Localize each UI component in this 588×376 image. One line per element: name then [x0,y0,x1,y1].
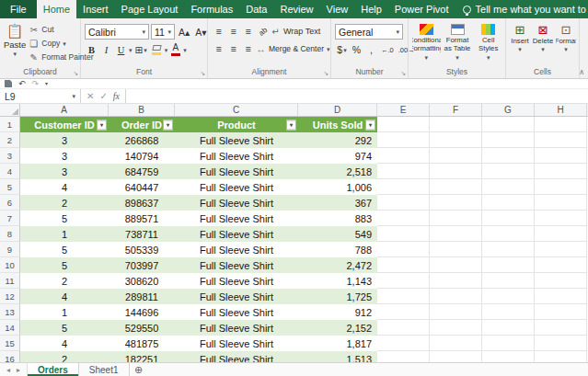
cell-E6[interactable] [377,195,430,211]
row-header-3[interactable]: 3 [0,148,20,164]
row-header-15[interactable]: 15 [0,336,20,351]
cell-B7[interactable]: 889571 [109,211,175,226]
cell-D14[interactable]: 2,152 [298,320,377,336]
ribbon-tab-view[interactable]: View [320,0,355,18]
cell-E13[interactable] [377,304,430,320]
cell-H12[interactable] [535,289,587,304]
cell-F13[interactable] [430,304,482,320]
sheet-tab-sheet1[interactable]: Sheet1 [79,363,130,376]
cell-C9[interactable]: Full Sleeve Shirt [175,242,298,257]
table-header-order-id[interactable]: Order ID▾ [109,117,175,132]
align-top-button[interactable]: ≡ [212,24,225,39]
cell-A16[interactable]: 2 [20,351,109,362]
cell-E16[interactable] [377,351,430,362]
format-as-table-button[interactable]: Format as Table ▾ [444,21,472,66]
row-header-10[interactable]: 10 [0,257,20,273]
italic-button[interactable]: I [99,42,113,57]
cell-F16[interactable] [430,351,482,362]
cell-A13[interactable]: 1 [20,304,109,320]
cell-D9[interactable]: 788 [298,242,377,257]
cell-B13[interactable]: 144696 [109,304,175,320]
number-format-select[interactable]: General ▾ [335,24,403,40]
cell-H2[interactable] [535,132,587,148]
wrap-text-button[interactable]: ↵ Wrap Text [271,24,320,39]
cell-C15[interactable]: Full Sleeve Shirt [175,336,298,351]
cell-D3[interactable]: 974 [298,148,377,164]
ribbon-tab-home[interactable]: Home [37,0,76,18]
cell-D11[interactable]: 1,143 [298,273,377,289]
undo-icon[interactable]: ↶ [18,79,26,88]
cell-H4[interactable] [535,164,587,179]
filter-icon[interactable]: ▾ [97,120,107,130]
cell-H11[interactable] [535,273,587,289]
cell-E9[interactable] [377,242,430,257]
cell-H16[interactable] [535,351,587,362]
align-left-button[interactable]: ≡ [212,41,225,56]
ribbon-tab-file[interactable]: File [0,0,37,18]
cell-G15[interactable] [482,336,535,351]
cell-C8[interactable]: Full Sleeve Shirt [175,226,298,242]
ribbon-tab-page-layout[interactable]: Page Layout [115,0,185,18]
cell-F15[interactable] [430,336,482,351]
cell-B16[interactable]: 182251 [109,351,175,362]
column-header-H[interactable]: H [535,104,587,116]
cell-C10[interactable]: Full Sleeve Shirt [175,257,298,273]
column-header-B[interactable]: B [109,104,175,116]
row-header-9[interactable]: 9 [0,242,20,257]
cell-F7[interactable] [430,211,482,226]
sheet-nav-right-icon[interactable]: ▸ [17,366,20,374]
ribbon-tab-data[interactable]: Data [239,0,273,18]
cell-E3[interactable] [377,148,430,164]
font-dialog-launcher-icon[interactable]: ↘ [200,69,205,77]
formula-input[interactable] [126,89,588,103]
cell-F8[interactable] [430,226,482,242]
row-header-14[interactable]: 14 [0,320,20,336]
accounting-format-button[interactable]: $ ▾ [335,42,349,57]
cell-B11[interactable]: 308620 [109,273,175,289]
cell-H6[interactable] [535,195,587,211]
cell-B12[interactable]: 289811 [109,289,175,304]
cell-D15[interactable]: 1,817 [298,336,377,351]
filter-icon[interactable]: ▾ [286,120,296,130]
filter-icon[interactable]: ▾ [163,120,173,130]
cell-C6[interactable]: Full Sleeve Shirt [175,195,298,211]
cell-G13[interactable] [482,304,535,320]
tell-me-box[interactable]: Tell me what you want to do [455,0,588,18]
font-size-select[interactable]: 11 ▾ [151,24,175,40]
cell-B4[interactable]: 684759 [109,164,175,179]
cell-A3[interactable]: 3 [20,148,109,164]
cell-G4[interactable] [482,164,535,179]
filter-icon[interactable]: ▾ [365,120,375,130]
format-cells-button[interactable]: ⊡ Format ▾ [556,21,576,66]
row-header-1[interactable]: 1 [0,117,20,132]
conditional-formatting-button[interactable]: Conditional Formatting ▾ [412,21,441,66]
shrink-font-button[interactable]: A▾ [193,25,208,40]
cell-G8[interactable] [482,226,535,242]
cell-G5[interactable] [482,179,535,195]
cell-E11[interactable] [377,273,430,289]
table-header-product[interactable]: Product▾ [175,117,298,132]
cell-A11[interactable]: 2 [20,273,109,289]
cell-E10[interactable] [377,257,430,273]
cell-H7[interactable] [535,211,587,226]
collapse-ribbon-icon[interactable]: ∧ [579,68,584,76]
cell-A7[interactable]: 5 [20,211,109,226]
clipboard-dialog-launcher-icon[interactable]: ↘ [73,69,78,77]
cell-G1[interactable] [482,117,535,132]
name-box[interactable]: L9 ▾ [0,89,81,103]
enter-icon[interactable]: ✓ [99,91,107,101]
insert-cells-button[interactable]: ⊞ Insert ▾ [510,21,530,66]
cell-H14[interactable] [535,320,587,336]
cell-C3[interactable]: Full Sleeve Shirt [175,148,298,164]
cell-H15[interactable] [535,336,587,351]
paste-dropdown-icon[interactable]: ▾ [13,51,17,57]
ribbon-tab-help[interactable]: Help [354,0,388,18]
cell-G9[interactable] [482,242,535,257]
ribbon-tab-formulas[interactable]: Formulas [184,0,239,18]
row-header-13[interactable]: 13 [0,304,20,320]
cell-B3[interactable]: 140794 [109,148,175,164]
cell-F1[interactable] [430,117,482,132]
row-header-2[interactable]: 2 [0,132,20,148]
cell-F4[interactable] [430,164,482,179]
cell-B6[interactable]: 898637 [109,195,175,211]
